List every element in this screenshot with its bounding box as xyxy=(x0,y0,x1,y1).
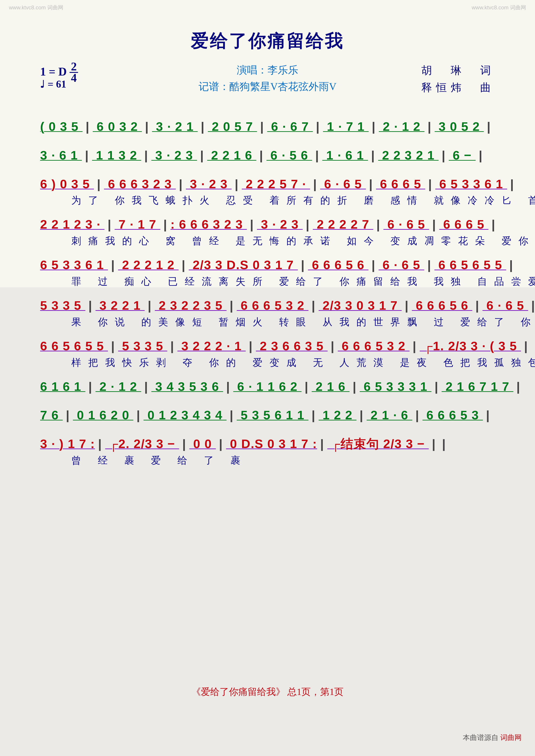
composer-credit: 释恒炜 曲 xyxy=(421,79,495,96)
music-line: 6 5 3 3 6 1 | 2 2 2 1 2 | 2/3 3 D.S 0 3 … xyxy=(40,254,495,288)
lyrics-row: 样把我快乐剥 夺 你的 爱变成 无 人荒漠 是夜 色把我孤独包 裹 xyxy=(40,356,495,369)
notation-row: 6 1 6 1 | 2 · 1 2 | 3 4 3 5 3 6 | 6 · 1 … xyxy=(40,375,495,398)
lyrics-row: 罪 过 痴心 已经流离失所 爱给了 你痛留给我 我独 自品尝爱的苦 xyxy=(40,275,495,288)
notation-row: 5 3 3 5 | 3 2 2 1 | 2 3 2 2 3 5 | 6 6 6 … xyxy=(40,294,495,317)
lyrics-row: 果 你说 的美像短 暂烟火 转眼 从我的世界飘 过 爱给了 你痛留给我 就这 xyxy=(40,315,495,329)
music-line: 7 6 | 0 1 6 2 0 | 0 1 2 3 4 3 4 | 5 3 5 … xyxy=(40,404,495,426)
notation-row: 3 · ) 1 7 :| ┌2. 2/3 3 − | 0 0 | 0 D.S 0… xyxy=(40,433,495,455)
notation-row: 2 2 1 2 3 · | 7 · 1 7 |: 6 6 6 3 2 3 | 3… xyxy=(40,213,495,236)
watermark-left: www.ktvc8.com 词曲网 xyxy=(9,4,63,11)
header-block: 1 = D 2 4 ♩ = 61 演唱：李乐乐 记谱：酷狗繁星V杏花弦外雨V 胡… xyxy=(40,62,495,106)
music-line: 2 2 1 2 3 · | 7 · 1 7 |: 6 6 6 3 2 3 | 3… xyxy=(40,213,495,248)
lyrics-row: 为了 你我飞蛾扑火 忍受 着所有的折 磨 感情 就像冷冷匕 首 狠狠 xyxy=(40,194,495,207)
tempo-marking: ♩ = 61 xyxy=(40,78,66,90)
time-denominator: 4 xyxy=(70,73,78,83)
source-credit: 本曲谱源自 词曲网 xyxy=(463,733,521,742)
key-text: 1 = D xyxy=(40,65,67,78)
song-title: 爱给了你痛留给我 xyxy=(40,29,495,53)
notation-row: 6 ) 0 3 5 | 6 6 6 3 2 3 | 3 · 2 3 | 2 2 … xyxy=(40,173,495,195)
music-line: 3 · 6 1 | 1 1 3 2 | 3 · 2 3 | 2 2 1 6 | … xyxy=(40,144,495,167)
music-line: ( 0 3 5 | 6 0 3 2 | 3 · 2 1 | 2 0 5 7 | … xyxy=(40,116,495,138)
music-notation-body: ( 0 3 5 | 6 0 3 2 | 3 · 2 1 | 2 0 5 7 | … xyxy=(40,116,495,467)
right-credits: 胡 琳 词 释恒炜 曲 xyxy=(421,62,495,96)
music-line: 6 6 5 6 5 5 | 5 3 3 5 | 3 2 2 2 · 1 | 2 … xyxy=(40,335,495,369)
notation-row: ( 0 3 5 | 6 0 3 2 | 3 · 2 1 | 2 0 5 7 | … xyxy=(40,116,495,138)
music-line: 6 ) 0 3 5 | 6 6 6 3 2 3 | 3 · 2 3 | 2 2 … xyxy=(40,173,495,207)
notation-row: 3 · 6 1 | 1 1 3 2 | 3 · 2 3 | 2 2 1 6 | … xyxy=(40,144,495,167)
notation-row: 7 6 | 0 1 6 2 0 | 0 1 2 3 4 3 4 | 5 3 5 … xyxy=(40,404,495,426)
page-footer: 《爱给了你痛留给我》 总1页，第1页 xyxy=(0,686,535,698)
source-prefix: 本曲谱源自 xyxy=(463,734,498,742)
lyricist-credit: 胡 琳 词 xyxy=(421,62,495,79)
lyrics-row: 曾 经 裹 爱 给 了 裹 xyxy=(40,454,495,467)
notation-row: 6 6 5 6 5 5 | 5 3 3 5 | 3 2 2 2 · 1 | 2 … xyxy=(40,335,495,357)
time-signature: 2 4 xyxy=(70,62,78,83)
time-numerator: 2 xyxy=(70,62,78,73)
lyrics-row: 刺痛我的心 窝 曾经 是无悔的承诺 如今 变成凋零花朵 爱你 就是无情 xyxy=(40,234,495,248)
music-line: 5 3 3 5 | 3 2 2 1 | 2 3 2 2 3 5 | 6 6 6 … xyxy=(40,294,495,329)
music-line: 6 1 6 1 | 2 · 1 2 | 3 4 3 5 3 6 | 6 · 1 … xyxy=(40,375,495,398)
source-link[interactable]: 词曲网 xyxy=(500,734,521,742)
watermark-right: www.ktvc8.com 词曲网 xyxy=(472,4,526,11)
sheet-music-page: www.ktvc8.com 词曲网 www.ktvc8.com 词曲网 爱给了你… xyxy=(0,0,535,756)
notation-row: 6 5 3 3 6 1 | 2 2 2 1 2 | 2/3 3 D.S 0 3 … xyxy=(40,254,495,276)
music-line: 3 · ) 1 7 :| ┌2. 2/3 3 − | 0 0 | 0 D.S 0… xyxy=(40,433,495,467)
